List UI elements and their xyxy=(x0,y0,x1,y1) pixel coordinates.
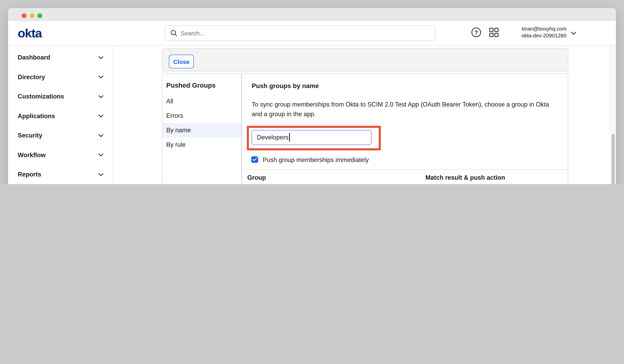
text-cursor xyxy=(289,133,290,142)
sidebar-nav: Dashboard Directory Customizations Appli… xyxy=(8,46,114,184)
chevron-down-icon xyxy=(99,115,103,118)
sidebar-item-directory[interactable]: Directory xyxy=(8,67,113,87)
sidebar-item-workflow[interactable]: Workflow xyxy=(8,145,113,165)
subnav-item-all[interactable]: All xyxy=(162,94,241,108)
sidebar-item-security[interactable]: Security xyxy=(8,126,113,145)
check-icon xyxy=(253,158,257,161)
subnav-item-by-name[interactable]: By name xyxy=(162,123,241,137)
sidebar-item-reports[interactable]: Reports xyxy=(8,165,113,184)
subnav-item-by-rule[interactable]: By rule xyxy=(162,137,241,152)
apps-grid-icon[interactable] xyxy=(489,27,499,37)
chevron-down-icon xyxy=(99,56,103,59)
column-header-group: Group xyxy=(247,174,266,181)
account-org: okta-dev-20901260 xyxy=(508,32,567,39)
subnav-list: All Errors By name By rule xyxy=(162,94,241,152)
app-header: okta Search... ? kiran@boxyhq.com okta-d… xyxy=(8,21,616,46)
app-body: Dashboard Directory Customizations Appli… xyxy=(8,46,616,184)
help-icon[interactable]: ? xyxy=(471,27,481,37)
svg-text:?: ? xyxy=(474,29,478,36)
header-right-cluster: ? kiran@boxyhq.com okta-dev-20901260 xyxy=(8,21,616,45)
group-name-input[interactable]: Developers xyxy=(251,130,372,145)
account-email: kiran@boxyhq.com xyxy=(508,26,567,32)
account-chevron-down-icon[interactable] xyxy=(571,32,576,35)
window-zoom-button[interactable] xyxy=(37,13,42,18)
push-groups-form: Push groups by name To sync group member… xyxy=(241,73,568,184)
chevron-down-icon xyxy=(99,173,103,176)
push-immediately-checkbox[interactable] xyxy=(251,156,258,163)
sidebar-item-customizations[interactable]: Customizations xyxy=(8,87,113,106)
panel-toolbar: Close xyxy=(162,48,568,71)
chevron-down-icon xyxy=(99,76,103,78)
table-top-border xyxy=(242,169,568,170)
window-titlebar xyxy=(8,8,616,21)
scrollbar-thumb[interactable] xyxy=(611,134,615,184)
form-title: Push groups by name xyxy=(252,82,319,89)
sidebar-item-dashboard[interactable]: Dashboard xyxy=(8,48,113,67)
desktop: okta Search... ? kiran@boxyhq.com okta-d… xyxy=(0,0,624,184)
vertical-scrollbar[interactable] xyxy=(610,46,616,184)
sidebar-item-applications[interactable]: Applications xyxy=(8,106,113,126)
close-button[interactable]: Close xyxy=(169,55,194,68)
chevron-down-icon xyxy=(99,95,103,98)
subnav-item-errors[interactable]: Errors xyxy=(162,108,241,123)
chevron-down-icon xyxy=(99,154,103,156)
group-name-input-value: Developers xyxy=(257,134,288,141)
window-minimize-button[interactable] xyxy=(29,13,34,18)
window-close-button[interactable] xyxy=(22,13,26,18)
main-content: Close Pushed Groups All Errors By name B… xyxy=(114,46,616,184)
column-header-match: Match result & push action xyxy=(425,174,505,181)
push-immediately-label: Push group memberships immediately xyxy=(263,156,369,164)
account-menu[interactable]: kiran@boxyhq.com okta-dev-20901260 xyxy=(508,26,567,39)
pushed-groups-subnav: Pushed Groups All Errors By name By rule xyxy=(162,73,241,184)
browser-window: okta Search... ? kiran@boxyhq.com okta-d… xyxy=(8,8,616,184)
form-description: To sync group memberships from Okta to S… xyxy=(252,100,552,119)
subnav-title: Pushed Groups xyxy=(166,81,216,89)
chevron-down-icon xyxy=(99,134,103,137)
